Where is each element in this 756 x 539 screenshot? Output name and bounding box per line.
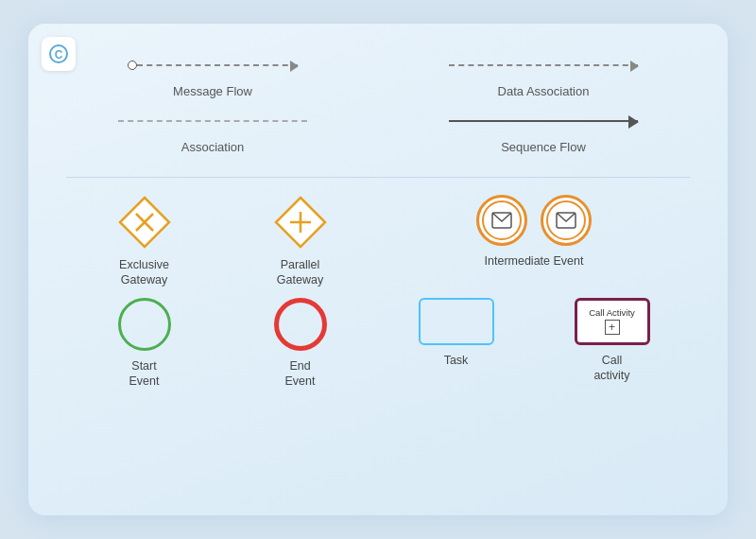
int-event-1 [476,195,527,246]
end-event-label: EndEvent [285,358,316,390]
intermediate-event-label: Intermediate Event [485,253,584,269]
task-shape [419,298,494,345]
intermediate-event-row [476,195,592,246]
svg-rect-9 [557,213,576,228]
message-flow-dash [137,64,298,66]
start-event-circle [118,298,171,351]
exclusive-gateway-label: ExclusiveGateway [119,257,169,288]
svg-text:C: C [55,48,63,61]
call-activity-plus-icon: + [605,320,620,335]
data-assoc-item: Data Association [397,52,690,98]
section-divider [66,177,690,178]
flow-section: Message Flow Data Association Associatio… [66,52,690,154]
assoc-line-area [66,108,359,134]
seq-flow-item: Sequence Flow [397,108,690,154]
start-event-label: StartEvent [129,358,160,390]
call-activity-label: Callactivity [593,353,629,384]
data-assoc-line-area [397,52,690,78]
seq-flow-label: Sequence Flow [501,140,586,154]
intermediate-event-container: Intermediate Event [378,195,690,288]
main-card: C Message Flow Data Association [28,24,728,515]
seq-flow-line [449,120,638,122]
end-event-circle [274,298,327,351]
end-event-item: EndEvent [222,298,378,390]
svg-rect-8 [492,213,511,228]
call-activity-shape: Call Activity + [575,298,650,345]
assoc-line [118,120,307,122]
seq-flow-line-area [397,108,690,134]
corner-logo: C [42,37,76,71]
message-flow-label: Message Flow [173,84,252,98]
end-event-shape [274,298,327,351]
int-event-circle-2 [541,195,592,246]
call-activity-box: Call Activity + [575,298,650,345]
envelope-icon-2 [556,212,576,229]
parallel-gateway-item: ParallelGateway [222,195,378,288]
start-event-shape [118,298,171,351]
exclusive-gateway-shape [117,195,172,250]
envelope-icon-1 [491,212,512,229]
start-event-item: StartEvent [66,298,222,390]
message-flow-item: Message Flow [66,52,359,98]
message-flow-line-area [66,52,359,78]
parallel-gateway-label: ParallelGateway [277,257,323,288]
exclusive-gateway-item: ExclusiveGateway [66,195,222,288]
task-box [419,298,494,345]
seq-flow-solid [449,120,638,122]
int-event-circle-1 [476,195,527,246]
symbol-section: ExclusiveGateway ParallelGateway [66,195,690,389]
message-flow-line [128,61,298,70]
message-flow-circle [128,61,137,70]
call-activity-inner-label: Call Activity [589,307,635,318]
int-event-2 [541,195,592,246]
assoc-label: Association [181,140,244,154]
assoc-item: Association [66,108,359,154]
call-activity-item: Call Activity + Callactivity [534,298,690,390]
data-assoc-label: Data Association [498,84,590,98]
assoc-dash [118,120,307,122]
data-assoc-dash [449,64,638,66]
task-label: Task [444,353,469,368]
task-item: Task [378,298,534,390]
data-assoc-line [449,64,638,66]
parallel-gateway-shape [273,195,328,250]
